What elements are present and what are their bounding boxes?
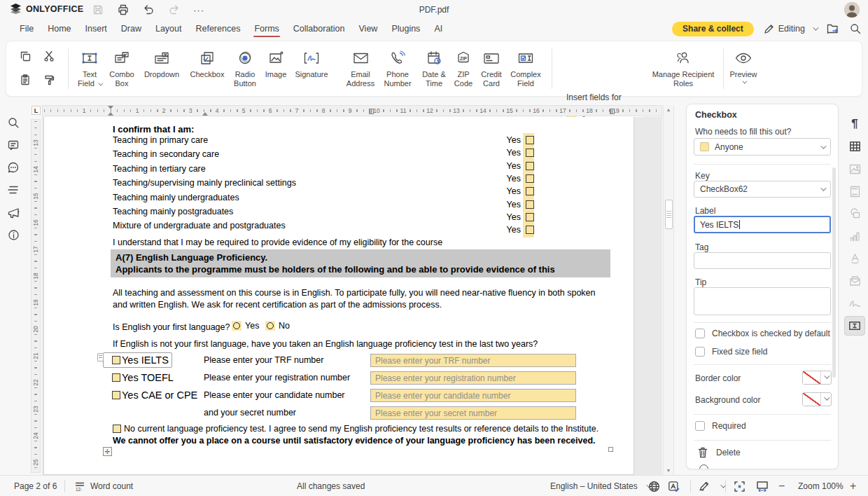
feedback-button[interactable]: [3, 202, 24, 222]
chat-panel-button[interactable]: [3, 158, 24, 177]
panel-scrollbar[interactable]: [832, 167, 836, 378]
cae-checkbox-row[interactable]: Yes CAE or CPE: [112, 390, 197, 401]
zoom-out-button[interactable]: −: [778, 476, 785, 496]
tab-view[interactable]: View: [352, 21, 385, 36]
label-input[interactable]: Yes IELTS: [694, 216, 831, 233]
cut-button[interactable]: [40, 47, 58, 65]
ruler-indent-marker[interactable]: [202, 112, 208, 116]
image-button[interactable]: Image: [261, 47, 290, 92]
scroll-up-icon[interactable]: ▲: [664, 105, 673, 114]
set-document-language-button[interactable]: [648, 476, 660, 496]
image-settings-button[interactable]: [844, 159, 865, 179]
email-address-button[interactable]: Email Address: [341, 47, 380, 92]
yes-checkbox-field[interactable]: [526, 136, 534, 144]
signature-settings-button[interactable]: [844, 294, 865, 313]
dropdown-button[interactable]: Dropdown: [139, 47, 184, 92]
complex-field-button[interactable]: Complex Field: [506, 47, 545, 92]
format-painter-button[interactable]: [40, 71, 58, 89]
key-dropdown[interactable]: CheckBox62: [694, 181, 831, 198]
toefl-checkbox-field[interactable]: [112, 373, 120, 382]
no-test-checkbox-field[interactable]: [113, 425, 121, 433]
search-icon[interactable]: [850, 23, 861, 34]
zoom-level[interactable]: Zoom 100%: [798, 476, 844, 496]
document-scrollbar[interactable]: ▲ ▼: [663, 105, 674, 475]
header-footer-settings-button[interactable]: [844, 181, 865, 201]
radio-button-button[interactable]: Radio Button: [229, 47, 261, 92]
fit-width-button[interactable]: [756, 476, 769, 496]
yes-checkbox-field[interactable]: [526, 174, 534, 183]
tab-references[interactable]: References: [188, 21, 247, 36]
credit-card-button[interactable]: Credit Card: [477, 47, 506, 92]
secret-number-input[interactable]: [370, 406, 576, 420]
ielts-checkbox-row[interactable]: Yes IELTS: [112, 354, 169, 366]
field-drag-handle[interactable]: [97, 353, 104, 361]
shape-settings-button[interactable]: [844, 204, 865, 223]
table-settings-button[interactable]: [844, 137, 865, 156]
delete-field-button[interactable]: Delete: [698, 447, 741, 458]
background-color-picker[interactable]: [802, 392, 832, 406]
yes-checkbox-field[interactable]: [526, 200, 534, 209]
track-changes-button[interactable]: [699, 476, 724, 496]
date-time-button[interactable]: Date & Time: [418, 47, 450, 92]
paste-button[interactable]: [16, 71, 34, 89]
editing-mode-selector[interactable]: Editing: [764, 24, 817, 34]
avatar[interactable]: [844, 2, 860, 18]
tab-stop-selector[interactable]: L: [31, 106, 41, 115]
combo-box-button[interactable]: Combo Box: [106, 47, 138, 92]
tab-collaboration[interactable]: Collaboration: [286, 21, 352, 36]
cae-checkbox-field[interactable]: [112, 391, 120, 399]
ruler-table-column-marker[interactable]: [610, 109, 615, 114]
search-panel-button[interactable]: [3, 113, 24, 132]
yes-checkbox-field[interactable]: [526, 213, 534, 221]
checkbox-box[interactable]: [695, 329, 705, 338]
chart-settings-button[interactable]: [844, 226, 865, 246]
scroll-down-icon[interactable]: ▼: [664, 466, 673, 475]
text-field-button[interactable]: Text Field: [74, 47, 106, 92]
ruler-hanging-indent-marker[interactable]: [108, 112, 113, 116]
form-settings-button[interactable]: [844, 316, 865, 336]
tab-file[interactable]: File: [13, 21, 41, 36]
tip-textarea[interactable]: [694, 287, 831, 315]
language-selector[interactable]: English – United States: [550, 476, 650, 496]
phone-number-button[interactable]: Phone Number: [377, 47, 418, 92]
signature-button[interactable]: Signature: [290, 47, 332, 92]
navigation-panel-button[interactable]: [3, 180, 24, 200]
open-file-location-button[interactable]: [827, 23, 840, 34]
checkbox-box[interactable]: [695, 347, 705, 357]
required-checkbox[interactable]: Required: [695, 421, 746, 431]
tab-ai[interactable]: AI: [427, 21, 449, 36]
checked-by-default-checkbox[interactable]: Checkbox is checked by default: [695, 329, 830, 338]
word-count-button[interactable]: 12- Word count: [74, 476, 133, 496]
border-color-picker[interactable]: [802, 371, 832, 385]
share-collect-button[interactable]: Share & collect: [672, 22, 754, 36]
spellcheck-button[interactable]: [668, 476, 680, 496]
comments-panel-button[interactable]: [3, 135, 24, 155]
manage-recipient-roles-button[interactable]: Manage Recipient Roles: [646, 47, 720, 92]
trf-number-input[interactable]: [370, 354, 576, 367]
ielts-checkbox-field[interactable]: [112, 356, 120, 364]
tab-forms[interactable]: Forms: [247, 21, 286, 36]
yes-checkbox-field[interactable]: [526, 149, 534, 157]
registration-number-input[interactable]: [370, 371, 576, 385]
tab-plugins[interactable]: Plugins: [384, 21, 427, 36]
tab-home[interactable]: Home: [41, 21, 78, 36]
checkbox-button[interactable]: Checkbox: [186, 47, 229, 92]
scrollbar-thumb[interactable]: [665, 200, 673, 229]
table-move-handle[interactable]: ✛: [103, 447, 112, 456]
checkbox-box[interactable]: [695, 421, 705, 431]
who-fills-dropdown[interactable]: Anyone: [694, 138, 831, 156]
paragraph-settings-button[interactable]: ¶: [844, 114, 865, 134]
tab-insert[interactable]: Insert: [78, 21, 114, 36]
toefl-checkbox-row[interactable]: Yes TOEFL: [112, 372, 174, 383]
preview-button[interactable]: Preview: [726, 47, 761, 92]
page-indicator[interactable]: Page 2 of 6: [14, 476, 57, 496]
radio-yes-field[interactable]: [232, 321, 241, 331]
ruler-table-column-marker[interactable]: [369, 109, 374, 114]
yes-checkbox-field[interactable]: [526, 226, 534, 234]
zip-code-button[interactable]: ZIP ZIP Code: [450, 47, 477, 92]
fit-page-button[interactable]: [734, 476, 746, 496]
radio-no-field[interactable]: [265, 321, 275, 331]
zoom-in-button[interactable]: +: [850, 476, 856, 496]
fixed-size-checkbox[interactable]: Fixed size field: [695, 347, 767, 357]
about-button[interactable]: [3, 225, 24, 244]
